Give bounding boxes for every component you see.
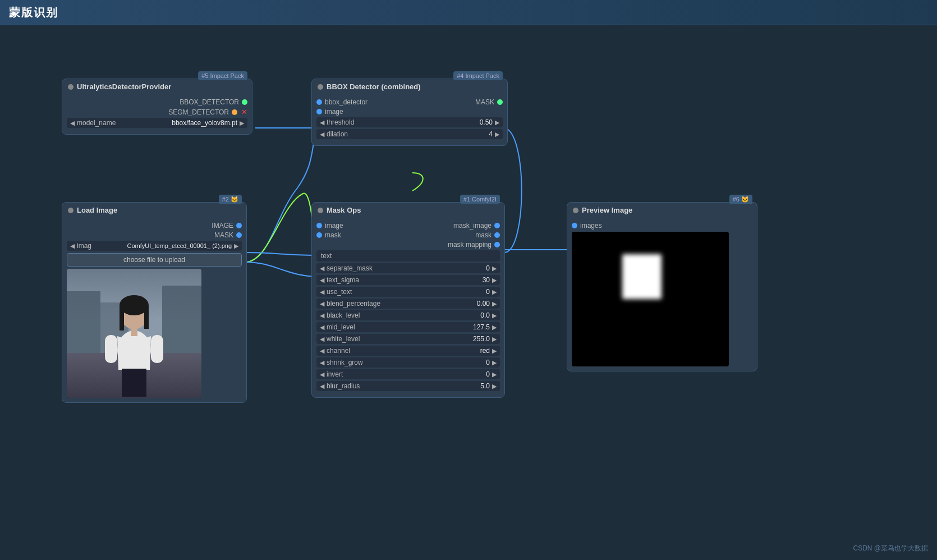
control-white_level[interactable]: ◀ white_level 255.0 ▶ <box>316 334 500 344</box>
ctrl-arrow-left-use_text[interactable]: ◀ <box>320 288 324 296</box>
ctrl-arrow-right-blur_radius[interactable]: ▶ <box>492 383 497 390</box>
ctrl-arrow-right-channel[interactable]: ▶ <box>492 347 497 355</box>
dilation-value: 4 <box>470 130 493 138</box>
node-header-load: Load Image <box>62 203 246 218</box>
node-mask-ops: #1 ComfyI2I Mask Ops image mask_image <box>311 202 505 398</box>
ctrl-arrow-left-mid_level[interactable]: ◀ <box>320 324 324 331</box>
port-dot-image-out <box>236 223 242 228</box>
model-arrow-right[interactable]: ▶ <box>240 120 244 127</box>
ctrl-value-invert: 0 <box>467 370 490 378</box>
port-right-mask-ops-out: mask <box>475 231 500 239</box>
ctrl-arrow-right-blend_percentage[interactable]: ▶ <box>492 300 497 307</box>
dilation-arrow-left[interactable]: ◀ <box>320 131 324 138</box>
port-label-images: images <box>580 222 602 229</box>
port-segm-detector: SEGM_DETECTOR ✕ <box>67 108 247 116</box>
ctrl-value-shrink_grow: 0 <box>467 359 490 366</box>
port-label-image-out: IMAGE <box>212 222 233 229</box>
control-invert[interactable]: ◀ invert 0 ▶ <box>316 369 500 379</box>
ctrl-arrow-right-separate_mask[interactable]: ▶ <box>492 265 497 272</box>
control-channel[interactable]: ◀ channel red ▶ <box>316 346 500 356</box>
port-label-bbox: BBOX_DETECTOR <box>180 98 239 106</box>
node-title-bbox: BBOX Detector (combined) <box>327 82 421 91</box>
control-black_level[interactable]: ◀ black_level 0.0 ▶ <box>316 310 500 320</box>
image-file-control[interactable]: ◀ imag ComfyUI_temp_etccd_00001_ (2).png… <box>67 241 242 251</box>
ctrl-arrow-left-invert[interactable]: ◀ <box>320 371 324 378</box>
ctrl-arrow-left-separate_mask[interactable]: ◀ <box>320 265 324 272</box>
ctrl-label-channel: channel <box>327 347 465 355</box>
threshold-control[interactable]: ◀ threshold 0.50 ▶ <box>316 117 503 127</box>
control-blend_percentage[interactable]: ◀ blend_percentage 0.00 ▶ <box>316 299 500 309</box>
control-blur_radius[interactable]: ◀ blur_radius 5.0 ▶ <box>316 381 500 391</box>
port-right-bbox: BBOX_DETECTOR <box>180 98 247 106</box>
node-status-dot-load <box>68 208 74 213</box>
ctrl-label-blur_radius: blur_radius <box>327 382 465 390</box>
port-left-image-ops: image <box>316 222 343 229</box>
img-arrow-left[interactable]: ◀ <box>70 242 75 250</box>
ctrl-arrow-left-text_sigma[interactable]: ◀ <box>320 277 324 284</box>
port-label-bbox-in: bbox_detector <box>325 98 368 106</box>
port-label-segm: SEGM_DETECTOR <box>168 108 229 116</box>
svg-rect-8 <box>120 305 124 331</box>
control-mid_level[interactable]: ◀ mid_level 127.5 ▶ <box>316 322 500 332</box>
ctrl-arrow-left-blur_radius[interactable]: ◀ <box>320 383 324 390</box>
ctrl-value-black_level: 0.0 <box>467 311 490 319</box>
ctrl-value-use_text: 0 <box>467 288 490 296</box>
node-status-dot-preview <box>573 208 578 213</box>
model-control[interactable]: ◀ model_name bbox/face_yolov8m.pt ▶ <box>67 118 247 128</box>
port-mask-mask-ops: mask mask <box>316 231 500 239</box>
ctrl-arrow-left-channel[interactable]: ◀ <box>320 347 324 355</box>
dilation-control[interactable]: ◀ dilation 4 ▶ <box>316 129 503 139</box>
node-title-ultralytics: UltralyticsDetectorProvider <box>77 82 171 91</box>
ctrl-arrow-right-text_sigma[interactable]: ▶ <box>492 277 497 284</box>
node-status-dot <box>68 84 74 90</box>
ctrl-label-black_level: black_level <box>327 311 465 319</box>
port-label-image-ops: image <box>325 222 343 229</box>
node-badge-preview: #6 🐱 <box>729 195 752 204</box>
dilation-arrow-right[interactable]: ▶ <box>495 131 499 138</box>
node-status-dot-mask-ops <box>318 208 323 213</box>
ctrl-label-shrink_grow: shrink_grow <box>327 359 465 366</box>
ctrl-label-text_sigma: text_sigma <box>327 276 465 284</box>
control-separate_mask[interactable]: ◀ separate_mask 0 ▶ <box>316 263 500 273</box>
ctrl-arrow-right-shrink_grow[interactable]: ▶ <box>492 359 497 366</box>
control-use_text[interactable]: ◀ use_text 0 ▶ <box>316 287 500 297</box>
model-arrow-left[interactable]: ◀ <box>70 120 75 127</box>
port-image-out: IMAGE <box>67 222 242 229</box>
control-text_sigma[interactable]: ◀ text_sigma 30 ▶ <box>316 275 500 285</box>
port-left-images: images <box>572 222 602 229</box>
ctrl-arrow-right-invert[interactable]: ▶ <box>492 371 497 378</box>
ctrl-arrow-right-white_level[interactable]: ▶ <box>492 336 497 343</box>
ctrl-arrow-left-black_level[interactable]: ◀ <box>320 312 324 319</box>
ctrl-label-invert: invert <box>327 370 465 378</box>
img-arrow-right[interactable]: ▶ <box>234 242 238 250</box>
ctrl-arrow-right-mid_level[interactable]: ▶ <box>492 324 497 331</box>
ctrl-arrow-left-white_level[interactable]: ◀ <box>320 336 324 343</box>
node-badge-mask-ops: #1 ComfyI2I <box>460 195 500 204</box>
port-dot-mask-mapping <box>494 242 500 247</box>
ctrl-arrow-right-black_level[interactable]: ▶ <box>492 312 497 319</box>
port-dot-mask-image-out <box>494 223 500 228</box>
ctrl-arrow-left-blend_percentage[interactable]: ◀ <box>320 300 324 307</box>
ctrl-label-blend_percentage: blend_percentage <box>327 300 465 307</box>
control-shrink_grow[interactable]: ◀ shrink_grow 0 ▶ <box>316 357 500 368</box>
port-right-mask-mapping: mask mapping <box>448 241 500 249</box>
threshold-arrow-left[interactable]: ◀ <box>320 119 324 126</box>
upload-button[interactable]: choose file to upload <box>67 253 242 267</box>
port-label-mask-ops-out: mask <box>475 231 492 239</box>
ctrl-value-channel: red <box>467 347 490 355</box>
text-input-row[interactable]: text <box>316 250 500 261</box>
port-left-image: image <box>316 108 343 116</box>
port-label-mask-image-out: mask_image <box>453 222 492 229</box>
watermark: CSDN @菜鸟也学大数据 <box>853 544 928 553</box>
threshold-label: threshold <box>327 118 468 126</box>
node-badge-bbox: #4 Impact Pack <box>453 71 503 80</box>
image-preview <box>67 269 201 398</box>
ctrl-arrow-left-shrink_grow[interactable]: ◀ <box>320 359 324 366</box>
port-right-mask-image-out: mask_image <box>453 222 500 229</box>
port-dot-image-in <box>316 109 322 114</box>
node-preview-image: #6 🐱 Preview Image images <box>567 202 757 371</box>
ctrl-arrow-right-use_text[interactable]: ▶ <box>492 288 497 296</box>
threshold-arrow-right[interactable]: ▶ <box>495 119 499 126</box>
port-right-mask-out: MASK <box>475 98 503 106</box>
port-dot-mask-ops-in <box>316 232 322 238</box>
